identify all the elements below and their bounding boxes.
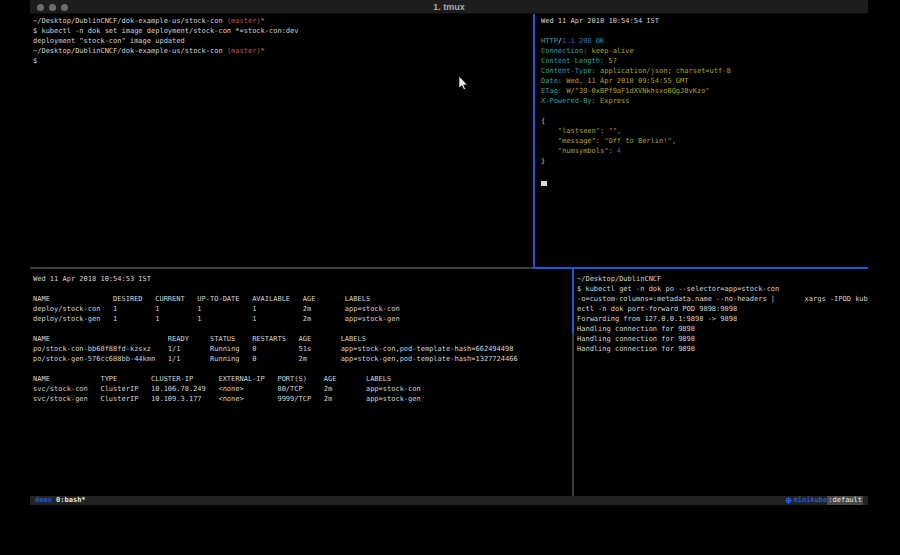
terminal-text: { <box>541 117 545 125</box>
terminal-text: deployment "stock-con" image updated <box>33 37 185 45</box>
terminal-text: Handling connection for 9898 <box>577 335 695 343</box>
terminal-text: NAME READY STATUS RESTARTS AGE LABELS <box>33 335 366 343</box>
pane-top-right-http-response[interactable]: Wed 11 Apr 2018 10:54:54 IST HTTP/1.1 20… <box>535 14 868 266</box>
terminal-text: ~/Desktop/DublinCNCF <box>577 275 661 283</box>
pane-bottom-left-kubectl-tables[interactable]: Wed 11 Apr 2018 10:54:53 IST NAME DESIRE… <box>30 269 572 496</box>
terminal-text: Express <box>596 97 630 105</box>
terminal-text: "lastseen": "", <box>541 127 621 135</box>
pane-top-left-shell[interactable]: ~/Desktop/DublinCNCF/dok-example-us/stoc… <box>30 14 533 266</box>
terminal-line: ~/Desktop/DublinCNCF/dok-example-us/stoc… <box>33 46 533 56</box>
terminal-text: (master) <box>227 17 261 25</box>
window-tab-bash[interactable]: 0:bash* <box>56 496 86 505</box>
window-titlebar[interactable]: 1. tmux <box>30 0 868 14</box>
minimize-button[interactable] <box>49 4 56 11</box>
traffic-lights <box>37 0 68 14</box>
terminal-line: Handling connection for 9898 <box>577 344 868 354</box>
terminal-text: -o=custom-columns=:metadata.name --no-he… <box>577 295 868 303</box>
terminal-text: $ <box>33 57 37 65</box>
terminal-line: deploy/stock-con 1 1 1 1 2m app=stock-co… <box>33 304 572 314</box>
terminal-line: deployment "stock-con" image updated <box>33 36 533 46</box>
desktop: 1. tmux ~/Desktop/DublinCNCF/dok-example… <box>0 0 900 555</box>
window-title: 1. tmux <box>30 0 868 14</box>
session-name[interactable]: demo <box>35 496 52 505</box>
terminal-line: "numsymbols": 4 <box>541 146 868 156</box>
terminal-line: NAME READY STATUS RESTARTS AGE LABELS <box>33 334 572 344</box>
terminal-line: { <box>541 116 868 126</box>
terminal-text: keep-alive <box>587 47 633 55</box>
kube-namespace: :default <box>827 496 863 505</box>
terminal-text: HTTP <box>541 37 558 45</box>
terminal-line: $ kubectl -n dok set image deployment/st… <box>33 26 533 36</box>
terminal-line: Wed 11 Apr 2018 10:54:54 IST <box>541 16 868 26</box>
terminal-line: Content-Type: application/json; charset=… <box>541 66 868 76</box>
terminal-line: ~/Desktop/DublinCNCF <box>577 274 868 284</box>
terminal-line <box>33 324 572 334</box>
terminal-text: 4 <box>617 147 621 155</box>
terminal-line: svc/stock-con ClusterIP 10.106.78.249 <n… <box>33 384 572 394</box>
terminal-text: svc/stock-gen ClusterIP 10.109.3.177 <no… <box>33 395 421 403</box>
terminal-text: Wed 11 Apr 2018 10:54:54 IST <box>541 17 659 25</box>
terminal-line: Handling connection for 9898 <box>577 324 868 334</box>
terminal-line: } <box>541 156 868 166</box>
terminal-text: W/"39-0xBPf9aF1dXVNkhsxoBQgJ8vKzo" <box>562 87 710 95</box>
terminal-text: Date: <box>541 77 562 85</box>
kube-context-name: minikube <box>794 496 828 505</box>
terminal-line: po/stock-con-bb68f88fd-kzsxz 1/1 Running… <box>33 344 572 354</box>
terminal-line <box>541 176 868 186</box>
terminal-text: Wed, 11 Apr 2018 09:54:55 GMT <box>562 77 688 85</box>
terminal-text: * <box>261 17 265 25</box>
terminal-line: Forwarding from 127.0.0.1:9898 -> 9898 <box>577 314 868 324</box>
terminal-line: NAME DESIRED CURRENT UP-TO-DATE AVAILABL… <box>33 294 572 304</box>
terminal-line: ETag: W/"39-0xBPf9aF1dXVNkhsxoBQgJ8vKzo" <box>541 86 868 96</box>
terminal-line: "message": "Off to Berlin!", <box>541 136 868 146</box>
terminal-text: Handling connection for 9898 <box>577 325 695 333</box>
terminal-line: HTTP/1.1 200 OK <box>541 36 868 46</box>
terminal-line: -o=custom-columns=:metadata.name --no-he… <box>577 294 868 304</box>
terminal-text: (master) <box>227 47 261 55</box>
terminal-line: ectl -n dok port-forward POD 9898:9898 <box>577 304 868 314</box>
terminal-text: deploy/stock-con 1 1 1 1 2m app=stock-co… <box>33 305 400 313</box>
kube-context-indicator: minikube <box>785 496 828 505</box>
terminal-text: ectl -n dok port-forward POD 9898:9898 <box>577 305 737 313</box>
zoom-button[interactable] <box>61 4 68 11</box>
terminal-line: po/stock-gen-576cc688bb-44kmn 1/1 Runnin… <box>33 354 572 364</box>
terminal-line <box>33 284 572 294</box>
terminal-text: * <box>261 47 265 55</box>
terminal-line: Content-Length: 57 <box>541 56 868 66</box>
terminal-text: $ kubectl -n dok set image deployment/st… <box>33 27 299 35</box>
terminal-line: Handling connection for 9898 <box>577 334 868 344</box>
pane-bottom-right-port-forward[interactable]: ~/Desktop/DublinCNCF$ kubectl get -n dok… <box>574 269 868 496</box>
terminal-text: Content-Length: <box>541 57 604 65</box>
mouse-pointer-icon <box>458 76 468 91</box>
terminal-line: $ kubectl get -n dok po --selector=app=s… <box>577 284 868 294</box>
terminal-text: "numsymbols": <box>541 147 617 155</box>
terminal-line <box>33 364 572 374</box>
terminal-line <box>541 106 868 116</box>
terminal-text: deploy/stock-gen 1 1 1 1 2m app=stock-ge… <box>33 315 400 323</box>
terminal-line: deploy/stock-gen 1 1 1 1 2m app=stock-ge… <box>33 314 572 324</box>
close-button[interactable] <box>37 4 44 11</box>
terminal-text: ETag: <box>541 87 562 95</box>
terminal-text: ~/Desktop/DublinCNCF/dok-example-us/stoc… <box>33 17 227 25</box>
terminal-text: po/stock-con-bb68f88fd-kzsxz 1/1 Running… <box>33 345 513 353</box>
terminal-text: ~/Desktop/DublinCNCF/dok-example-us/stoc… <box>33 47 227 55</box>
terminal-text: Wed 11 Apr 2018 10:54:53 IST <box>33 275 151 283</box>
terminal-text: X-Powered-By: <box>541 97 596 105</box>
terminal-line: X-Powered-By: Express <box>541 96 868 106</box>
terminal-window: 1. tmux ~/Desktop/DublinCNCF/dok-example… <box>30 0 868 505</box>
terminal-line: $ <box>33 56 533 66</box>
terminal-text: OK <box>592 37 605 45</box>
terminal-line: Connection: keep-alive <box>541 46 868 56</box>
terminal-text: "message": "Off to Berlin!", <box>541 137 676 145</box>
tmux-session: ~/Desktop/DublinCNCF/dok-example-us/stoc… <box>30 14 868 496</box>
terminal-text: Forwarding from 127.0.0.1:9898 -> 9898 <box>577 315 737 323</box>
terminal-line: Wed 11 Apr 2018 10:54:53 IST <box>33 274 572 284</box>
terminal-text: Handling connection for 9898 <box>577 345 695 353</box>
terminal-cursor <box>541 181 547 186</box>
terminal-text: Connection: <box>541 47 587 55</box>
terminal-text: po/stock-gen-576cc688bb-44kmn 1/1 Runnin… <box>33 355 518 363</box>
terminal-text: 57 <box>604 57 617 65</box>
helm-wheel-icon <box>785 497 792 504</box>
terminal-text: Content-Type: <box>541 67 596 75</box>
terminal-text: svc/stock-con ClusterIP 10.106.78.249 <n… <box>33 385 421 393</box>
